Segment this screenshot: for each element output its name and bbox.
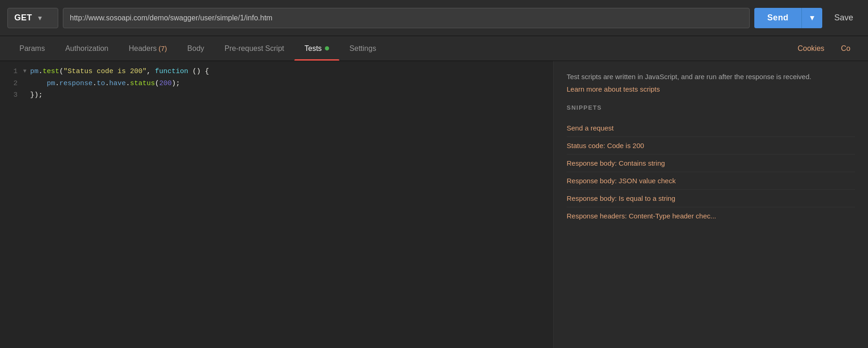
tab-tests[interactable]: Tests	[294, 36, 339, 61]
send-button[interactable]: Send	[754, 8, 801, 28]
line-num-2: 2	[6, 78, 18, 90]
tests-active-dot	[325, 46, 329, 50]
snippet-response-body-json-check[interactable]: Response body: JSON value check	[567, 172, 855, 190]
tab-body[interactable]: Body	[177, 36, 214, 61]
snippet-response-headers-content-type[interactable]: Response headers: Content-Type header ch…	[567, 207, 855, 224]
send-dropdown-button[interactable]: ▼	[801, 8, 822, 28]
send-dropdown-icon: ▼	[808, 14, 816, 22]
code-editor[interactable]: 1 2 3 ▼ pm.test("Status code is 200", fu…	[0, 61, 554, 348]
learn-more-link[interactable]: Learn more about tests scripts	[567, 85, 855, 93]
tab-cookies[interactable]: Cookies	[789, 44, 833, 53]
method-dropdown-icon: ▼	[37, 14, 43, 22]
code-area: 1 2 3 ▼ pm.test("Status code is 200", fu…	[0, 61, 553, 106]
main-content: 1 2 3 ▼ pm.test("Status code is 200", fu…	[0, 61, 868, 348]
fold-arrow-3	[23, 86, 26, 95]
code-line-3: });	[30, 89, 544, 101]
line-numbers: 1 2 3	[0, 66, 23, 101]
help-text: Test scripts are written in JavaScript, …	[567, 71, 855, 82]
fold-arrow-1[interactable]: ▼	[23, 67, 26, 76]
right-panel: Test scripts are written in JavaScript, …	[554, 61, 868, 348]
snippets-list: Send a request Status code: Code is 200 …	[567, 119, 855, 224]
code-line-2: pm.response.to.have.status(200);	[30, 78, 544, 90]
send-btn-group: Send ▼	[754, 8, 822, 28]
tab-headers[interactable]: Headers(7)	[119, 36, 177, 61]
method-selector[interactable]: GET ▼	[7, 8, 58, 28]
snippet-send-request[interactable]: Send a request	[567, 119, 855, 137]
tab-settings[interactable]: Settings	[339, 36, 386, 61]
tab-co[interactable]: Co	[833, 44, 859, 53]
code-line-1: pm.test("Status code is 200", function (…	[30, 66, 544, 78]
snippet-response-body-contains-string[interactable]: Response body: Contains string	[567, 155, 855, 172]
code-lines: pm.test("Status code is 200", function (…	[30, 66, 553, 101]
tab-prerequest[interactable]: Pre-request Script	[214, 36, 294, 61]
line-num-1: 1	[6, 66, 18, 78]
tab-params[interactable]: Params	[9, 36, 55, 61]
method-label: GET	[14, 13, 32, 23]
tab-authorization[interactable]: Authorization	[55, 36, 118, 61]
line-num-3: 3	[6, 89, 18, 101]
snippets-label: SNIPPETS	[567, 104, 855, 111]
top-bar: GET ▼ Send ▼ Save	[0, 0, 868, 36]
tabs-bar: Params Authorization Headers(7) Body Pre…	[0, 36, 868, 61]
save-button[interactable]: Save	[827, 13, 861, 23]
fold-arrows: ▼	[23, 66, 30, 101]
snippet-response-body-equal-string[interactable]: Response body: Is equal to a string	[567, 190, 855, 207]
fold-arrow-2	[23, 76, 26, 85]
headers-badge: (7)	[159, 44, 167, 52]
snippet-status-code-200[interactable]: Status code: Code is 200	[567, 137, 855, 155]
url-input[interactable]	[63, 8, 750, 28]
